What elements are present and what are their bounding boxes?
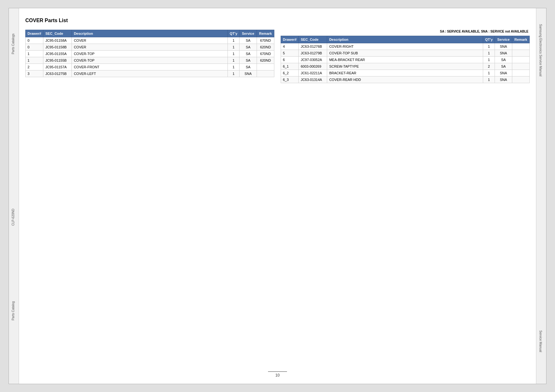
left-cell-remark bbox=[257, 70, 274, 77]
left-table-row: 0 JC95-01158B COVER 1 SA 620ND bbox=[26, 44, 274, 51]
right-header-qty: QT'y bbox=[483, 36, 495, 43]
left-cell-qty: 1 bbox=[228, 37, 239, 44]
right-header-drawer: Drawer# bbox=[281, 36, 299, 43]
left-header-service: Service bbox=[240, 30, 257, 37]
sidebar-right-text2: Service Manual bbox=[539, 330, 542, 352]
right-cell-qty: 1 bbox=[483, 57, 495, 63]
left-table-row: 1 JC95-01155A COVER-TOP 1 SA 670ND bbox=[26, 51, 274, 57]
left-header-remark: Remark bbox=[257, 30, 274, 37]
right-table-row: 5 JC63-01279B COVER-TOP SUB 1 SNA bbox=[281, 50, 530, 57]
right-cell-sec: JC63-01279B bbox=[299, 50, 327, 57]
right-cell-service: SA bbox=[495, 63, 512, 70]
left-cell-drawer: 3 bbox=[26, 70, 43, 77]
right-header-service: Service bbox=[495, 36, 512, 43]
right-cell-desc: COVER-RIGHT bbox=[327, 43, 483, 50]
left-cell-remark: 620ND bbox=[257, 44, 274, 51]
right-cell-remark bbox=[512, 43, 530, 50]
tables-area: Drawer# SEC_Code Description QT'y Servic… bbox=[25, 30, 530, 83]
left-cell-drawer: 1 bbox=[26, 51, 43, 57]
left-cell-remark bbox=[257, 64, 274, 70]
left-table-section: Drawer# SEC_Code Description QT'y Servic… bbox=[25, 30, 274, 83]
right-cell-sec: JC63-01276B bbox=[299, 43, 327, 50]
right-table-header-row: Drawer# SEC_Code Description QT'y Servic… bbox=[281, 36, 530, 43]
right-cell-desc: MEA-BRACKET REAR bbox=[327, 57, 483, 63]
right-cell-desc: COVER-TOP SUB bbox=[327, 50, 483, 57]
right-cell-drawer: 6_1 bbox=[281, 63, 299, 70]
left-cell-drawer: 2 bbox=[26, 64, 43, 70]
right-cell-service: SNA bbox=[495, 70, 512, 77]
right-cell-sec: JC63-01314A bbox=[299, 77, 327, 83]
right-cell-qty: 2 bbox=[483, 63, 495, 70]
left-cell-desc: COVER bbox=[72, 44, 228, 51]
sidebar-right: Samsung Electronics Service Manual Servi… bbox=[536, 8, 546, 384]
left-cell-service: SA bbox=[240, 44, 257, 51]
sidebar-left-text2: Parts Catalog bbox=[11, 301, 15, 321]
right-cell-qty: 1 bbox=[483, 70, 495, 77]
left-cell-desc: COVER bbox=[72, 37, 228, 44]
right-header-remark: Remark bbox=[512, 36, 530, 43]
left-cell-remark: 670ND bbox=[257, 37, 274, 44]
right-cell-sec: JC97-03052A bbox=[299, 57, 327, 63]
left-cell-service: SA bbox=[240, 64, 257, 70]
right-table: Drawer# SEC_Code Description QT'y Servic… bbox=[281, 36, 530, 83]
right-cell-qty: 1 bbox=[483, 50, 495, 57]
left-cell-service: SA bbox=[240, 57, 257, 64]
right-cell-service: SNA bbox=[495, 50, 512, 57]
right-cell-desc: BRACKET-REAR bbox=[327, 70, 483, 77]
left-cell-desc: COVER-LEFT bbox=[72, 70, 228, 77]
left-cell-sec: JC63-01275B bbox=[43, 70, 72, 77]
right-table-row: 6_1 6003-000269 SCREW-TAPTYPE 2 SA bbox=[281, 63, 530, 70]
left-cell-sec: JC95-01155A bbox=[43, 51, 72, 57]
left-header-drawer: Drawer# bbox=[26, 30, 43, 37]
left-header-qty: QT'y bbox=[228, 30, 239, 37]
left-cell-sec: JC95-01158B bbox=[43, 44, 72, 51]
right-cell-sec: JC61-02211A bbox=[299, 70, 327, 77]
right-cell-service: SA bbox=[495, 57, 512, 63]
sidebar-right-text1: Samsung Electronics Service Manual bbox=[539, 24, 542, 77]
right-table-row: 6_3 JC63-01314A COVER-REAR HDD 1 SNA bbox=[281, 77, 530, 83]
left-table-row: 1 JC95-01155B COVER-TOP 1 SA 620ND bbox=[26, 57, 274, 64]
right-table-row: 6 JC97-03052A MEA-BRACKET REAR 1 SA bbox=[281, 57, 530, 63]
left-cell-desc: COVER-TOP bbox=[72, 51, 228, 57]
left-cell-desc: COVER-FRONT bbox=[72, 64, 228, 70]
left-header-desc: Description bbox=[72, 30, 228, 37]
right-cell-remark bbox=[512, 63, 530, 70]
left-cell-drawer: 0 bbox=[26, 37, 43, 44]
right-cell-drawer: 6_2 bbox=[281, 70, 299, 77]
sidebar-left-text3: Parts Catalogs bbox=[11, 34, 15, 54]
main-content: COVER Parts List Drawer# SEC_Code Descri… bbox=[19, 8, 536, 384]
left-header-sec: SEC_Code bbox=[43, 30, 72, 37]
left-table-row: 0 JC95-01158A COVER 1 SA 670ND bbox=[26, 37, 274, 44]
right-cell-remark bbox=[512, 77, 530, 83]
left-table-header-row: Drawer# SEC_Code Description QT'y Servic… bbox=[26, 30, 274, 37]
left-cell-service: SNA bbox=[240, 70, 257, 77]
left-cell-qty: 1 bbox=[228, 57, 239, 64]
right-cell-remark bbox=[512, 50, 530, 57]
right-cell-drawer: 5 bbox=[281, 50, 299, 57]
right-cell-desc: COVER-REAR HDD bbox=[327, 77, 483, 83]
left-cell-desc: COVER-TOP bbox=[72, 57, 228, 64]
left-cell-qty: 1 bbox=[228, 44, 239, 51]
right-cell-qty: 1 bbox=[483, 43, 495, 50]
right-header-sec: SEC_Code bbox=[299, 36, 327, 43]
left-table: Drawer# SEC_Code Description QT'y Servic… bbox=[25, 30, 274, 77]
right-cell-qty: 1 bbox=[483, 77, 495, 83]
left-cell-sec: JC95-01157A bbox=[43, 64, 72, 70]
right-cell-remark bbox=[512, 57, 530, 63]
page-container: CLP-620ND Parts Catalog Parts Catalogs C… bbox=[9, 8, 546, 384]
left-cell-sec: JC95-01155B bbox=[43, 57, 72, 64]
sidebar-left-text1: CLP-620ND bbox=[11, 209, 15, 226]
left-cell-qty: 1 bbox=[228, 64, 239, 70]
page-title: COVER Parts List bbox=[25, 18, 530, 23]
right-cell-drawer: 4 bbox=[281, 43, 299, 50]
page-footer: 10 bbox=[268, 371, 287, 377]
left-table-row: 3 JC63-01275B COVER-LEFT 1 SNA bbox=[26, 70, 274, 77]
right-cell-drawer: 6 bbox=[281, 57, 299, 63]
right-cell-service: SNA bbox=[495, 77, 512, 83]
left-cell-service: SA bbox=[240, 51, 257, 57]
right-header-desc: Description bbox=[327, 36, 483, 43]
right-cell-drawer: 6_3 bbox=[281, 77, 299, 83]
right-table-row: 4 JC63-01276B COVER-RIGHT 1 SNA bbox=[281, 43, 530, 50]
right-cell-desc: SCREW-TAPTYPE bbox=[327, 63, 483, 70]
left-table-row: 2 JC95-01157A COVER-FRONT 1 SA bbox=[26, 64, 274, 70]
